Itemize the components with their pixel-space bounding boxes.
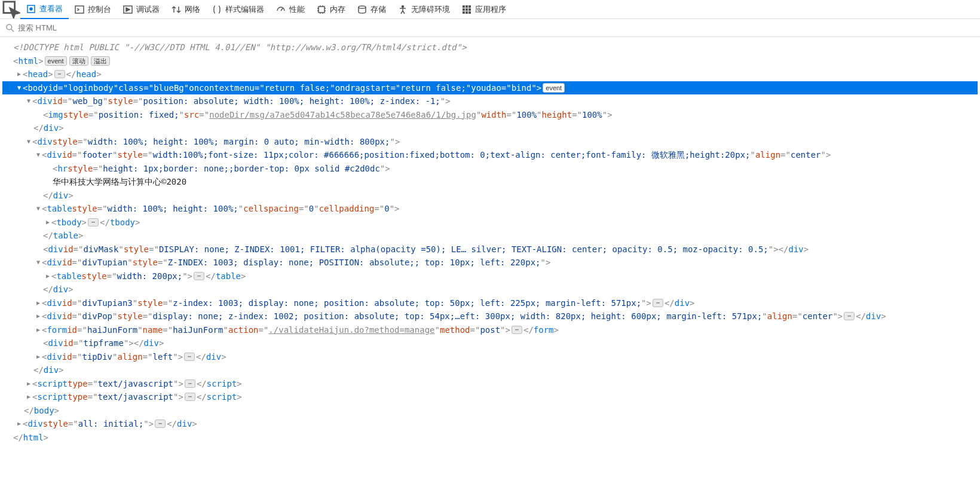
expand-arrow[interactable] [44,270,51,283]
footer-node[interactable]: <div id="footer" style="width:100%;font-… [2,148,978,162]
tab-style-label: 样式编辑器 [225,4,264,15]
expand-arrow[interactable] [25,377,32,391]
event-badge[interactable]: event [543,83,565,93]
ellipsis-icon[interactable]: ⋯ [184,353,195,361]
hr-node[interactable]: <hr style="height: 1px;border: none;;bor… [2,162,978,176]
tab-app-label: 应用程序 [475,4,506,15]
form-node[interactable]: <form id="haiJunForm" name="haiJunForm" … [2,323,978,337]
expand-arrow[interactable] [16,417,23,431]
outer-div-node[interactable]: <div style="width: 100%; height: 100%; m… [2,135,978,149]
svg-rect-13 [468,8,471,11]
tab-style[interactable]: 样式编辑器 [206,0,270,19]
tab-storage[interactable]: 存储 [351,0,392,19]
expand-arrow[interactable] [35,296,42,310]
head-node[interactable]: <head> ⋯ </head> [2,68,978,81]
tab-console[interactable]: 控制台 [69,0,117,19]
divmask-node[interactable]: <div id="divMask" style="DISPLAY: none; … [2,243,978,256]
search-icon [6,24,14,32]
divtupian-node[interactable]: <div id="divTupian" style="Z-INDEX: 1003… [2,256,978,270]
devtools-toolbar: 查看器 控制台 调试器 网络 样式编辑器 性能 内存 存储 无障碍环境 应用程序 [0,0,980,19]
tab-network-label: 网络 [185,4,200,15]
expand-arrow[interactable] [16,68,23,81]
tab-app[interactable]: 应用程序 [456,0,512,19]
html-close[interactable]: </html> [2,431,978,445]
script-node-2[interactable]: <script type="text/javascript"> ⋯ </scri… [2,390,978,404]
tab-network[interactable]: 网络 [166,0,206,19]
dom-tree[interactable]: <!DOCTYPE html PUBLIC "-//W3C//DTD HTML … [0,37,980,456]
expand-arrow[interactable] [25,94,32,108]
web-bg-close[interactable]: </div> [2,121,978,135]
html-search-bar [0,19,980,37]
footer-text-node[interactable]: 华中科技大学网络与计算中心©2020 [2,175,978,189]
body-close[interactable]: </body> [2,404,978,418]
svg-rect-14 [463,11,465,14]
tab-debugger-label: 调试器 [136,4,160,15]
ellipsis-icon[interactable]: ⋯ [194,272,204,280]
tipdiv-node[interactable]: <div id="tipDiv" align="left"> ⋯ </div> [2,350,978,364]
expand-arrow[interactable] [44,216,51,229]
divall-node[interactable]: <div style="all: initial;"> ⋯ </div> [2,417,978,431]
divtupian3-node[interactable]: <div id="divTupian3" style="z-index: 100… [2,296,978,310]
svg-rect-11 [463,8,465,11]
expand-arrow[interactable] [35,310,42,323]
expand-arrow[interactable] [35,350,42,364]
tab-inspector[interactable]: 查看器 [20,0,69,19]
svg-rect-16 [468,11,471,14]
svg-rect-15 [466,11,468,14]
expand-arrow[interactable] [16,81,23,95]
expand-arrow[interactable] [25,390,32,404]
expand-arrow[interactable] [35,256,42,270]
pick-element-icon[interactable] [2,1,20,19]
tab-perf-label: 性能 [289,4,305,15]
ellipsis-icon[interactable]: ⋯ [185,393,195,401]
html-open[interactable]: <html> event 滚动 溢出 [2,54,978,68]
overflow-badge[interactable]: 溢出 [91,56,110,66]
tab-a11y[interactable]: 无障碍环境 [392,0,456,19]
svg-rect-10 [468,5,471,8]
ellipsis-icon[interactable]: ⋯ [185,379,195,388]
tab-a11y-label: 无障碍环境 [411,4,450,15]
ellipsis-icon[interactable]: ⋯ [653,299,663,307]
ellipsis-icon[interactable]: ⋯ [844,312,855,320]
script-node-1[interactable]: <script type="text/javascript"> ⋯ </scri… [2,377,978,391]
ellipsis-icon[interactable]: ⋯ [155,420,166,428]
tbody-node[interactable]: <tbody> ⋯ </tbody> [2,216,978,229]
tab-memory-label: 内存 [330,4,345,15]
svg-rect-12 [466,8,468,11]
tab-perf[interactable]: 性能 [270,0,311,19]
tab-inspector-label: 查看器 [39,4,63,14]
tab-storage-label: 存储 [370,4,386,15]
tab-memory[interactable]: 内存 [311,0,351,19]
event-badge[interactable]: event [45,56,67,66]
web-bg-node[interactable]: <div id="web_bg" style="position: absolu… [2,94,978,108]
ellipsis-icon[interactable]: ⋯ [54,70,65,78]
expand-arrow[interactable] [35,202,42,216]
svg-point-6 [359,6,366,8]
footer-close[interactable]: </div> [2,189,978,203]
divpop-node[interactable]: <div id="divPop" style="display: none; z… [2,310,978,323]
img-node[interactable]: <img style="position: fixed;" src="nodeD… [2,108,978,122]
tab-debugger[interactable]: 调试器 [117,0,166,19]
expand-arrow[interactable] [35,323,42,337]
svg-point-7 [402,5,404,7]
svg-rect-9 [466,5,468,8]
expand-arrow[interactable] [25,135,32,149]
scroll-badge[interactable]: 滚动 [69,56,88,66]
tab-console-label: 控制台 [88,4,111,15]
divtupian-close[interactable]: </div> [2,283,978,296]
svg-rect-5 [318,7,324,13]
outer-div-close[interactable]: </div> [2,363,978,377]
svg-rect-8 [463,5,465,8]
ellipsis-icon[interactable]: ⋯ [88,218,99,226]
table-close[interactable]: </table> [2,229,978,243]
svg-point-17 [7,24,12,29]
inner-table-node[interactable]: <table style="width: 200px;"> ⋯ </table> [2,270,978,283]
ellipsis-icon[interactable]: ⋯ [512,326,522,334]
tipframe-node[interactable]: <div id="tipframe"></div> [2,336,978,350]
doctype-node[interactable]: <!DOCTYPE html PUBLIC "-//W3C//DTD HTML … [2,41,978,54]
html-search-input[interactable] [18,23,974,32]
svg-point-2 [30,8,32,10]
table-node[interactable]: <table style="width: 100%; height: 100%;… [2,202,978,216]
body-node[interactable]: <body id="loginbody" class="blueBg" onco… [2,81,978,95]
expand-arrow[interactable] [35,148,42,162]
